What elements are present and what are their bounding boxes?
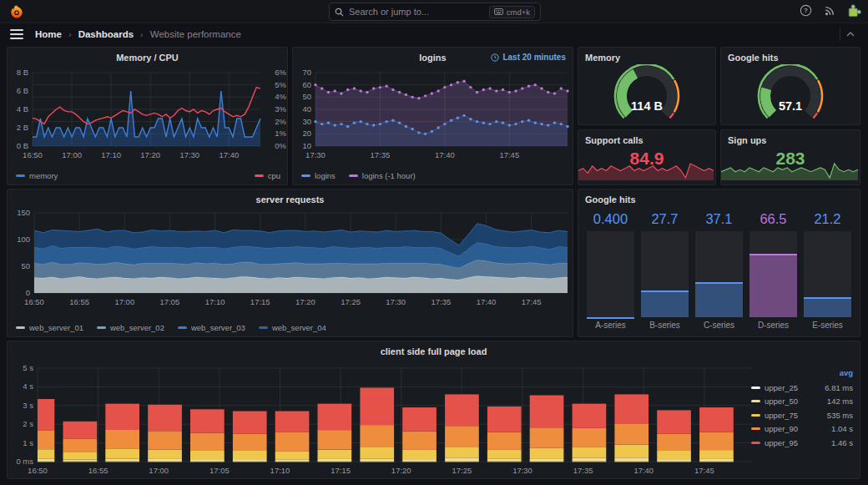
bar-gauge-label: B-series: [649, 317, 680, 330]
svg-text:17:40: 17:40: [435, 150, 455, 159]
svg-text:1%: 1%: [275, 129, 286, 138]
legend-item-upper_75[interactable]: upper_75535 ms: [751, 408, 853, 422]
search-icon: [335, 8, 344, 17]
svg-text:17:10: 17:10: [270, 466, 290, 475]
memory-cpu-chart[interactable]: 0 B2 B4 B6 B8 B0%1%2%3%4%5%6%16:5017:001…: [8, 66, 289, 171]
legend-item-cpu[interactable]: cpu: [255, 171, 280, 180]
breadcrumb-dashboards[interactable]: Dashboards: [78, 29, 134, 39]
svg-text:17:45: 17:45: [522, 297, 542, 306]
bar-gauge-B-series[interactable]: 27.7B-series: [641, 211, 689, 330]
panel-client-load: client side full page load 0 ms1 s2 s3 s…: [7, 341, 860, 479]
client-load-chart[interactable]: 0 ms1 s2 s3 s4 s5 s16:5016:5517:0017:051…: [8, 360, 861, 483]
svg-text:50: 50: [302, 92, 311, 101]
legend-swatch: [255, 174, 264, 177]
svg-text:4 B: 4 B: [17, 104, 28, 114]
svg-text:40: 40: [302, 104, 311, 114]
bar-gauge-D-series[interactable]: 66.5D-series: [749, 211, 797, 330]
bar-gauge-value: 37.1: [705, 211, 732, 231]
svg-text:17:30: 17:30: [179, 150, 199, 159]
grafana-dashboard: Search or jump to... cmd+k ?: [0, 0, 868, 485]
panel-support-calls: Support calls 84.9: [578, 129, 716, 185]
svg-text:1 s: 1 s: [23, 438, 33, 447]
bar-gauge-label: D-series: [758, 317, 789, 330]
legend-header-avg[interactable]: avg: [751, 368, 853, 377]
breadcrumb-home[interactable]: Home: [35, 29, 62, 39]
svg-text:17:20: 17:20: [391, 466, 411, 475]
extension-puzzle-icon[interactable]: [847, 3, 861, 18]
bar-gauge-label: E-series: [812, 317, 843, 330]
legend-item-upper_95[interactable]: upper_951.46 s: [751, 436, 853, 450]
server-requests-chart[interactable]: 05010015016:5016:5517:0017:0517:1017:151…: [8, 208, 574, 323]
legend-swatch: [751, 427, 760, 430]
bar-gauge-C-series[interactable]: 37.1C-series: [695, 211, 743, 330]
svg-text:17:05: 17:05: [209, 466, 230, 475]
panel-title: Memory / CPU: [8, 48, 287, 63]
svg-text:10: 10: [302, 141, 311, 150]
svg-text:60: 60: [302, 80, 311, 89]
bar-gauge-E-series[interactable]: 21.2E-series: [804, 211, 851, 330]
legend-item-memory[interactable]: memory: [16, 171, 58, 180]
legend-avg-value: 1.04 s: [831, 424, 853, 433]
legend-item-upper_50[interactable]: upper_50142 ms: [751, 395, 853, 409]
svg-text:17:45: 17:45: [499, 150, 519, 159]
svg-text:30: 30: [302, 117, 311, 126]
collapse-chevron-up-icon[interactable]: [840, 28, 860, 41]
legend-item-logins (-1 hour)[interactable]: logins (-1 hour): [349, 171, 416, 180]
breadcrumb: Home › Dashboards › Website performance: [35, 29, 241, 39]
legend-swatch: [178, 326, 187, 329]
chevron-right-icon: ›: [140, 29, 144, 39]
menu-button[interactable]: [10, 29, 23, 39]
svg-text:17:10: 17:10: [205, 297, 225, 306]
svg-text:17:35: 17:35: [371, 150, 391, 159]
svg-text:6 B: 6 B: [17, 86, 28, 95]
legend-item-web_server_01[interactable]: web_server_01: [16, 323, 83, 332]
clock-icon: [491, 53, 499, 62]
panel-memory-gauge: Memory 114 B: [578, 47, 716, 125]
legend-avg-value: 535 ms: [827, 411, 853, 420]
bar-gauge-A-series[interactable]: 0.400A-series: [587, 211, 634, 330]
search-input[interactable]: Search or jump to... cmd+k: [329, 3, 541, 21]
grafana-logo-icon[interactable]: [8, 3, 25, 20]
legend-avg-value: 142 ms: [827, 397, 853, 406]
legend-item-web_server_02[interactable]: web_server_02: [97, 323, 164, 332]
svg-text:6%: 6%: [275, 68, 286, 77]
legend-swatch: [16, 174, 25, 177]
bar-gauge-label: C-series: [704, 317, 734, 330]
panel-google-hits-bars: Google hits 0.400A-series27.7B-series37.…: [578, 189, 860, 337]
google-hits-bar-gauges[interactable]: 0.400A-series27.7B-series37.1C-series66.…: [587, 211, 851, 330]
panel-time-range[interactable]: Last 20 minutes: [491, 53, 566, 62]
svg-text:5 s: 5 s: [23, 363, 33, 372]
bar-gauge-label: A-series: [595, 317, 626, 330]
svg-text:17:10: 17:10: [101, 150, 121, 159]
legend-item-logins[interactable]: logins: [301, 171, 336, 180]
svg-text:16:50: 16:50: [28, 466, 48, 475]
news-rss-icon[interactable]: [824, 5, 835, 17]
svg-text:16:55: 16:55: [69, 297, 89, 306]
svg-text:2%: 2%: [275, 117, 286, 126]
panel-title: server requests: [8, 189, 573, 205]
legend-item-web_server_03[interactable]: web_server_03: [178, 323, 245, 332]
svg-text:17:05: 17:05: [160, 297, 180, 306]
panel-title: Sign ups: [721, 130, 860, 145]
logins-chart[interactable]: 1020304050607017:3017:3517:4017:45: [293, 66, 574, 171]
help-icon[interactable]: ?: [800, 4, 812, 17]
legend-item-web_server_04[interactable]: web_server_04: [259, 323, 326, 332]
svg-text:17:30: 17:30: [305, 150, 326, 159]
svg-text:16:50: 16:50: [24, 297, 44, 306]
chart-legend: web_server_01web_server_02web_server_03w…: [16, 323, 566, 332]
legend-swatch: [751, 414, 760, 417]
bar-gauge-value: 27.7: [651, 211, 678, 231]
svg-text:4%: 4%: [275, 92, 286, 101]
legend-item-upper_25[interactable]: upper_256.81 ms: [751, 381, 853, 395]
svg-text:0 ms: 0 ms: [16, 457, 33, 466]
search-placeholder: Search or jump to...: [349, 7, 484, 17]
panel-title: Support calls: [578, 130, 715, 145]
panel-title: Memory: [578, 48, 715, 63]
chart-legend: memorycpu: [16, 171, 280, 180]
svg-text:8 B: 8 B: [17, 68, 28, 77]
keyboard-icon: [494, 8, 503, 15]
svg-text:17:45: 17:45: [694, 466, 714, 475]
panel-title: Google hits: [578, 189, 860, 205]
legend-item-upper_90[interactable]: upper_901.04 s: [751, 422, 853, 437]
svg-text:70: 70: [302, 68, 311, 77]
